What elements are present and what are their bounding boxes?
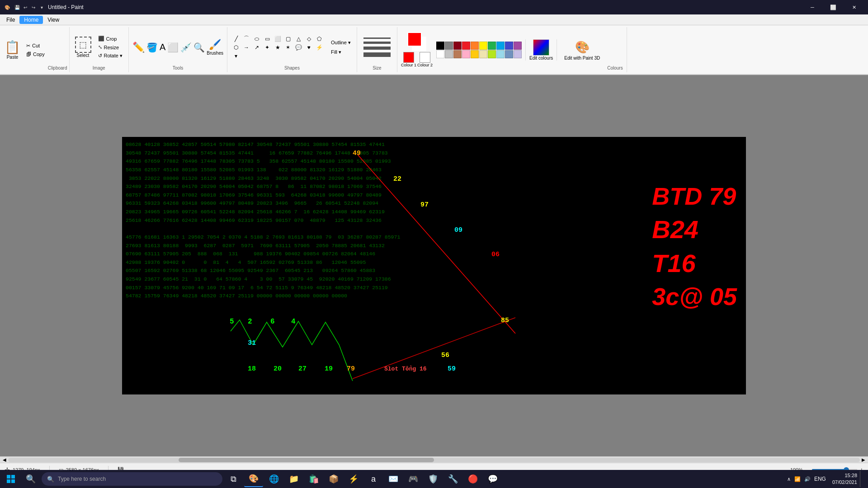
outline-button[interactable]: Outline ▾ (329, 39, 353, 47)
size-option-1[interactable] (363, 38, 391, 39)
show-desktop-btn[interactable] (860, 471, 863, 487)
clock[interactable]: 15:28 07/02/2021 (832, 472, 857, 486)
rect-shape[interactable]: ▭ (262, 35, 272, 43)
network-icon[interactable]: 📶 (794, 476, 801, 482)
brushes-button[interactable]: 🖌️ Brushes (207, 39, 223, 56)
color-swatch-item[interactable] (471, 50, 479, 58)
color-swatch-item[interactable] (514, 50, 522, 58)
taskbar-search[interactable]: 🔍 Type here to search (42, 472, 222, 486)
color-swatch-item[interactable] (445, 42, 453, 50)
mail-btn[interactable]: ✉️ (384, 471, 402, 487)
round-rect-shape[interactable]: ▢ (283, 35, 293, 43)
store-btn[interactable]: 🛍️ (305, 471, 323, 487)
rotate-button[interactable]: ↺ Rotate ▾ (96, 52, 125, 60)
search-button[interactable]: 🔍 (22, 471, 40, 487)
rect2-shape[interactable]: ⬜ (273, 35, 283, 43)
copy-button[interactable]: 🗐 Copy (24, 51, 47, 58)
minimize-button[interactable]: ─ (802, 0, 823, 14)
undo-icon[interactable]: ↩ (22, 4, 29, 11)
tray-arrow[interactable]: ∧ (787, 476, 791, 482)
color-swatch-item[interactable] (453, 42, 462, 50)
oval-shape[interactable]: ⬭ (252, 35, 262, 43)
fill-shape-button[interactable]: Fill ▾ (329, 48, 353, 56)
crop-button[interactable]: ⬛ Crop (96, 35, 125, 42)
select-button[interactable]: ⬚ Select (73, 36, 93, 59)
antivirus-btn[interactable]: 🛡️ (424, 471, 442, 487)
file-explorer-btn[interactable]: 📁 (285, 471, 303, 487)
star6-shape[interactable]: ✶ (283, 43, 293, 52)
size-option-2[interactable] (363, 42, 391, 44)
maximize-button[interactable]: ⬜ (823, 0, 844, 14)
color-swatch-item[interactable] (479, 50, 487, 58)
scroll-left-btn[interactable]: ◀ (1, 457, 8, 462)
triangle-shape[interactable]: △ (293, 35, 303, 43)
colour2-button[interactable]: Colour 2 (417, 52, 433, 67)
task-view-button[interactable]: ⧉ (224, 471, 242, 487)
pencil-button[interactable]: ✏️ (132, 42, 145, 53)
menu-view[interactable]: View (43, 16, 64, 24)
magnify-button[interactable]: 🔍 (193, 42, 205, 53)
dropbox-btn[interactable]: 📦 (325, 471, 343, 487)
color-swatch-item[interactable] (462, 50, 470, 58)
cut-button[interactable]: ✂ Cut (24, 42, 47, 50)
scroll-right-btn[interactable]: ▶ (860, 457, 867, 462)
redo-icon[interactable]: ↪ (30, 4, 37, 11)
tools-btn[interactable]: 🔧 (444, 471, 462, 487)
game-btn[interactable]: 🎮 (404, 471, 422, 487)
start-button[interactable] (2, 471, 20, 487)
power-btn[interactable]: ⚡ (344, 471, 363, 487)
color-swatch-item[interactable] (488, 50, 496, 58)
color-swatch-item[interactable] (505, 42, 513, 50)
color-swatch-item[interactable] (436, 50, 444, 58)
scroll-track[interactable] (8, 458, 860, 462)
edge-browser-btn[interactable]: 🌐 (265, 471, 283, 487)
paint-canvas[interactable]: 08628 40128 36852 42857 59514 57980 8214… (122, 137, 746, 394)
color-swatch-item[interactable] (496, 50, 505, 58)
hex-shape[interactable]: ⬡ (231, 43, 241, 52)
color-swatch-item[interactable] (436, 42, 444, 50)
amazon-btn[interactable]: a (364, 471, 382, 487)
color-swatch-item[interactable] (479, 42, 487, 50)
color-swatch-item[interactable] (514, 42, 522, 50)
text-button[interactable]: A (160, 42, 165, 52)
paint-taskbar-app[interactable]: 🎨 (244, 471, 263, 487)
color-swatch-item[interactable] (471, 42, 479, 50)
lightning-shape[interactable]: ⚡ (314, 43, 324, 52)
color-swatch-item[interactable] (462, 42, 470, 50)
color-swatch-item[interactable] (496, 42, 505, 50)
menu-home[interactable]: Home (19, 16, 43, 24)
curve-shape[interactable]: ⌒ (241, 35, 251, 43)
horizontal-scrollbar[interactable]: ◀ ▶ (0, 456, 868, 463)
color-swatch-item[interactable] (453, 50, 462, 58)
zalo-btn[interactable]: 💬 (484, 471, 502, 487)
close-button[interactable]: ✕ (844, 0, 864, 14)
heart-shape[interactable]: ♥ (304, 43, 314, 52)
volume-icon[interactable]: 🔊 (804, 476, 811, 482)
resize-button[interactable]: ⤡ Resize (96, 43, 125, 51)
star5-shape[interactable]: ★ (273, 43, 283, 52)
language-indicator[interactable]: ENG (814, 476, 826, 482)
callout-shape[interactable]: 💬 (293, 43, 303, 52)
fill-button[interactable]: 🪣 (146, 42, 158, 53)
color-swatch-item[interactable] (445, 50, 453, 58)
chrome-btn[interactable]: 🔴 (464, 471, 482, 487)
color-swatch-item[interactable] (505, 50, 513, 58)
edit-paint3d-button[interactable]: 🎨 Edit with Paint 3D (561, 39, 604, 61)
line-shape[interactable]: ╱ (231, 35, 241, 43)
size-option-3[interactable] (363, 47, 391, 50)
scroll-thumb[interactable] (179, 458, 434, 462)
menu-file[interactable]: File (2, 16, 19, 24)
arrow2-shape[interactable]: ↗ (252, 43, 262, 52)
paste-button[interactable]: 📋 Paste (2, 38, 23, 61)
diamond-shape[interactable]: ◇ (304, 35, 314, 43)
star4-shape[interactable]: ✦ (262, 43, 272, 52)
picker-button[interactable]: 💉 (180, 42, 192, 53)
arrow-shape[interactable]: → (241, 43, 251, 52)
eraser-button[interactable]: ⬜ (167, 42, 179, 53)
save-icon[interactable]: 💾 (14, 4, 21, 11)
color-indicator[interactable] (407, 32, 426, 51)
size-option-4[interactable] (363, 52, 391, 57)
more-shape[interactable]: ▾ (231, 52, 241, 60)
edit-colours-button[interactable]: Edit colours (529, 39, 553, 61)
colour1-button[interactable]: Colour 1 (401, 52, 416, 67)
